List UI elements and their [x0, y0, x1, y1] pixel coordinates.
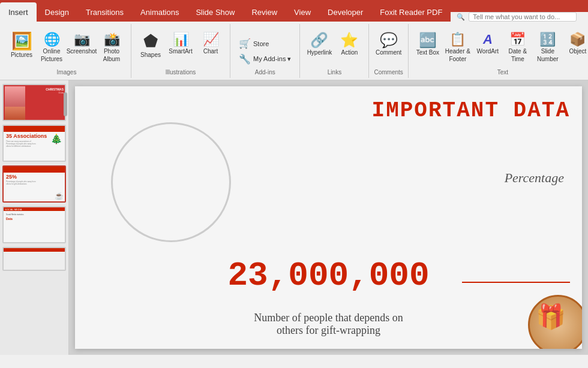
thumb1-text: CHRISTMAS Data — [46, 88, 64, 94]
ribbon-group-images: 🖼️ Pictures 🌐 Online Pictures 📷 Screensh… — [2, 24, 131, 78]
main-area: CHRISTMAS Data 35 Associations There are… — [0, 80, 588, 355]
my-addins-button[interactable]: 🔧 My Add-ins ▾ — [235, 52, 295, 67]
tab-bar: Insert Design Transitions Animations Sli… — [0, 0, 588, 22]
ribbon-group-comments: 💬 Comment Comments — [369, 24, 408, 78]
slide-thumb-2[interactable]: 35 Associations There are many associati… — [2, 125, 66, 162]
pictures-button[interactable]: 🖼️ Pictures — [7, 31, 36, 67]
object-label: Object — [569, 47, 586, 55]
tab-slideshow[interactable]: Slide Show — [187, 2, 243, 22]
action-icon: ⭐ — [340, 33, 358, 47]
photo-album-icon: 📸 — [104, 33, 120, 46]
my-addins-label: My Add-ins ▾ — [253, 55, 291, 63]
ribbon-group-addins: 🛒 Store 🔧 My Add-ins ▾ Add-ins — [230, 24, 300, 78]
tab-review[interactable]: Review — [243, 2, 286, 22]
tab-insert[interactable]: Insert — [0, 2, 37, 22]
store-icon: 🛒 — [239, 38, 251, 49]
slide-thumb-5[interactable] — [2, 247, 66, 271]
slide-number-label: Slide Number — [535, 47, 561, 63]
textbox-icon: 🔤 — [419, 33, 437, 47]
tab-view[interactable]: View — [286, 2, 319, 22]
tab-developer[interactable]: Developer — [319, 2, 371, 22]
header-footer-icon: 📋 — [449, 33, 466, 46]
comments-group-label: Comments — [374, 69, 403, 76]
slide-title: IMPORTANT DATA — [372, 98, 570, 123]
textbox-button[interactable]: 🔤 Text Box — [413, 31, 442, 67]
slide-decorative: 🎁 — [510, 277, 582, 349]
chart-icon: 📈 — [203, 33, 219, 46]
addins-group-label: Add-ins — [255, 69, 275, 76]
smartart-icon: 📊 — [173, 33, 189, 46]
slide-percentage: Percentage — [505, 170, 564, 186]
online-pictures-label: Online Pictures — [38, 47, 65, 63]
text-group-label: Text — [497, 69, 508, 76]
tell-me-input[interactable] — [469, 12, 577, 22]
screenshot-button[interactable]: 📷 Screenshot — [67, 31, 96, 67]
slide-number-icon: 🔢 — [539, 33, 556, 46]
my-addins-icon: 🔧 — [239, 53, 251, 65]
store-button[interactable]: 🛒 Store — [235, 36, 295, 51]
slide-circle — [111, 122, 231, 242]
comment-icon: 💬 — [380, 33, 398, 47]
textbox-label: Text Box — [416, 49, 439, 56]
illustrations-group-label: Illustrations — [166, 69, 196, 76]
shapes-button[interactable]: ⬟ Shapes — [136, 31, 165, 67]
store-label: Store — [253, 40, 269, 47]
header-footer-label: Header & Footer — [445, 47, 471, 63]
links-group-label: Links — [328, 69, 341, 76]
comment-button[interactable]: 💬 Comment — [374, 31, 403, 67]
smartart-label: SmartArt — [169, 47, 192, 55]
thumb1-photo — [5, 86, 25, 120]
smartart-button[interactable]: 📊 SmartArt — [166, 31, 195, 67]
chart-label: Chart — [203, 47, 218, 55]
screenshot-label: Screenshot — [67, 47, 97, 55]
slide-canvas: IMPORTANT DATA Percentage 23,000,000 Num… — [69, 80, 588, 355]
tab-animations[interactable]: Animations — [132, 2, 187, 22]
comment-label: Comment — [376, 49, 401, 56]
photo-album-label: Photo Album — [98, 47, 125, 63]
date-time-icon: 📅 — [509, 33, 526, 46]
wordart-label: WordArt — [477, 47, 499, 55]
hyperlink-button[interactable]: 🔗 Hyperlink — [305, 31, 334, 67]
decorative-circle: 🎁 — [528, 295, 582, 349]
date-time-button[interactable]: 📅 Date & Time — [503, 31, 532, 67]
slides-panel: CHRISTMAS Data 35 Associations There are… — [0, 80, 69, 355]
object-button[interactable]: 📦 Object — [563, 31, 588, 67]
slide-number-button[interactable]: 🔢 Slide Number — [533, 31, 562, 67]
ribbon-group-text: 🔤 Text Box 📋 Header & Footer A WordArt 📅… — [409, 24, 588, 78]
action-button[interactable]: ⭐ Action — [335, 31, 364, 67]
pictures-label: Pictures — [11, 51, 32, 59]
slide-thumb-1[interactable]: CHRISTMAS Data — [2, 84, 66, 121]
online-pictures-icon: 🌐 — [44, 33, 60, 46]
hyperlink-label: Hyperlink — [307, 49, 332, 56]
tab-transitions[interactable]: Transitions — [77, 2, 132, 22]
tab-foxit[interactable]: Foxit Reader PDF — [371, 2, 451, 22]
wordart-button[interactable]: A WordArt — [473, 31, 502, 67]
pictures-icon: 🖼️ — [11, 33, 32, 50]
photo-album-button[interactable]: 📸 Photo Album — [97, 31, 126, 67]
ribbon-group-illustrations: ⬟ Shapes 📊 SmartArt 📈 Chart Illustration… — [131, 24, 230, 78]
hyperlink-icon: 🔗 — [310, 33, 328, 47]
wordart-icon: A — [483, 33, 493, 46]
tab-design[interactable]: Design — [37, 2, 77, 22]
slide-thumb-4[interactable]: SOCIAL MEDIA Social Media statistics Dat… — [2, 206, 66, 243]
slide-content: IMPORTANT DATA Percentage 23,000,000 Num… — [75, 86, 582, 349]
ribbon: 🖼️ Pictures 🌐 Online Pictures 📷 Screensh… — [0, 22, 588, 80]
slide-number: 23,000,000 — [227, 257, 429, 295]
header-footer-button[interactable]: 📋 Header & Footer — [443, 31, 472, 67]
slide-thumb-3[interactable]: 25% Percentage of people who away fromot… — [2, 165, 66, 203]
ribbon-group-links: 🔗 Hyperlink ⭐ Action Links — [300, 24, 369, 78]
screenshot-icon: 📷 — [74, 33, 90, 46]
online-pictures-button[interactable]: 🌐 Online Pictures — [37, 31, 66, 67]
object-icon: 📦 — [569, 33, 586, 46]
images-group-label: Images — [57, 69, 77, 76]
slides-scrollbar[interactable] — [64, 80, 67, 355]
date-time-label: Date & Time — [505, 47, 531, 63]
action-label: Action — [341, 49, 358, 56]
shapes-label: Shapes — [140, 51, 161, 59]
shapes-icon: ⬟ — [143, 33, 158, 50]
slide-description: Number of people that depends on others … — [254, 312, 403, 337]
chart-button[interactable]: 📈 Chart — [196, 31, 225, 67]
